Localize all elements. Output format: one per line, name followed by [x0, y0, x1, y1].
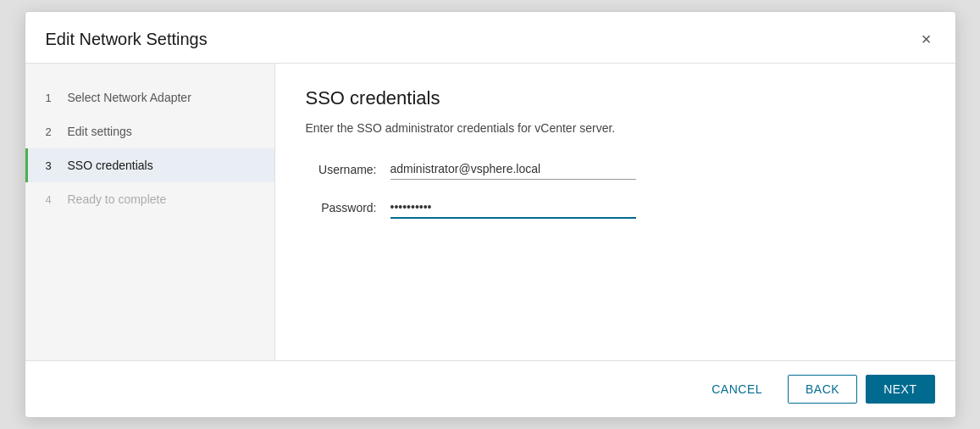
step-3: 3 SSO credentials — [25, 148, 274, 182]
next-button[interactable]: NEXT — [866, 375, 934, 404]
section-title: SSO credentials — [306, 87, 925, 109]
step-1-label: Select Network Adapter — [68, 91, 191, 104]
main-content: SSO credentials Enter the SSO administra… — [275, 64, 955, 360]
password-label: Password: — [306, 201, 390, 214]
username-input[interactable] — [390, 159, 636, 180]
password-input[interactable] — [390, 197, 636, 219]
password-row: Password: — [306, 197, 925, 219]
step-2: 2 Edit settings — [25, 114, 274, 148]
dialog-body: 1 Select Network Adapter 2 Edit settings… — [25, 64, 955, 360]
step-1-number: 1 — [46, 92, 59, 104]
back-button[interactable]: BACK — [788, 375, 857, 404]
edit-network-settings-dialog: Edit Network Settings × 1 Select Network… — [25, 11, 956, 418]
close-button[interactable]: × — [918, 27, 935, 51]
step-2-label: Edit settings — [68, 125, 132, 138]
step-4-number: 4 — [46, 193, 59, 206]
dialog-title: Edit Network Settings — [46, 30, 208, 49]
dialog-footer: CANCEL BACK NEXT — [25, 360, 955, 417]
sidebar: 1 Select Network Adapter 2 Edit settings… — [25, 64, 275, 360]
step-3-number: 3 — [46, 159, 59, 172]
cancel-button[interactable]: CANCEL — [695, 376, 779, 403]
step-3-label: SSO credentials — [68, 159, 153, 172]
section-description: Enter the SSO administrator credentials … — [306, 121, 925, 135]
step-4: 4 Ready to complete — [25, 182, 274, 216]
step-2-number: 2 — [46, 125, 59, 138]
username-row: Username: — [306, 159, 925, 180]
step-1: 1 Select Network Adapter — [25, 81, 274, 114]
step-4-label: Ready to complete — [68, 192, 167, 206]
dialog-header: Edit Network Settings × — [25, 12, 955, 64]
username-label: Username: — [306, 163, 390, 176]
